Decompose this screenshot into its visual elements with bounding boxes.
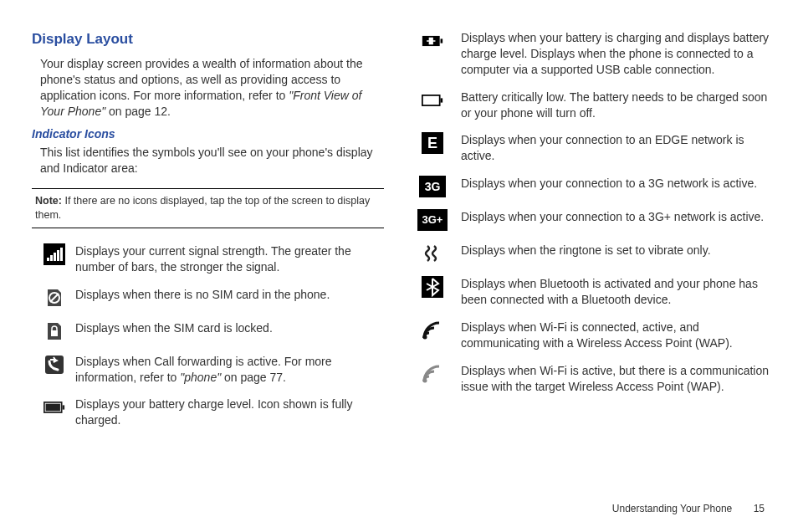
svg-rect-13 (46, 404, 60, 412)
desc-sim-locked: Displays when the SIM card is locked. (75, 320, 384, 336)
desc-battery-low: Battery critically low. The battery need… (461, 90, 770, 121)
svg-point-20 (423, 335, 427, 340)
row-call-forward: Displays when Call forwarding is active.… (32, 354, 384, 386)
battery-low-icon (422, 90, 443, 111)
no-sim-icon (43, 287, 65, 309)
wifi-active-icon (422, 320, 443, 341)
intro-paragraph: Your display screen provides a wealth of… (40, 56, 384, 120)
svg-rect-3 (54, 253, 56, 261)
vibrate-icon (422, 243, 443, 264)
svg-rect-14 (63, 406, 65, 410)
right-column: Displays when your battery is charging a… (417, 30, 770, 440)
row-3gplus: 3G+ Displays when your connection to a 3… (417, 209, 770, 231)
row-battery-charging: Displays when your battery is charging a… (417, 30, 770, 78)
intro-text-b: on page 12. (105, 105, 171, 118)
call-forward-icon (43, 354, 65, 376)
row-wifi-on: Displays when Wi-Fi is connected, active… (417, 320, 770, 351)
heading-display-layout: Display Layout (32, 30, 384, 49)
subheading-indicator-icons: Indicator Icons (32, 126, 384, 142)
battery-full-icon (43, 396, 65, 418)
desc-call-forward: Displays when Call forwarding is active.… (75, 354, 384, 386)
desc-wifi-issue: Displays when Wi-Fi is active, but there… (461, 363, 770, 395)
sim-locked-icon (43, 320, 65, 342)
left-column: Display Layout Your display screen provi… (32, 30, 384, 440)
svg-rect-17 (422, 95, 440, 105)
signal-strength-icon (43, 243, 65, 265)
row-sim-locked: Displays when the SIM card is locked. (32, 320, 384, 342)
edge-network-icon: E (422, 132, 443, 154)
svg-rect-2 (50, 255, 53, 261)
page-footer: Understanding Your Phone 15 (612, 502, 765, 515)
row-signal: Displays your current signal strength. T… (32, 243, 384, 275)
note-label: Note: (35, 195, 62, 207)
desc-battery-charging: Displays when your battery is charging a… (461, 30, 770, 78)
svg-rect-5 (60, 248, 63, 261)
row-edge: E Displays when your connection to an ED… (417, 132, 770, 164)
desc-3g: Displays when your connection to a 3G ne… (461, 176, 770, 192)
footer-section: Understanding Your Phone (612, 503, 732, 514)
svg-rect-18 (441, 98, 443, 102)
desc-edge: Displays when your connection to an EDGE… (461, 132, 770, 164)
row-wifi-issue: Displays when Wi-Fi is active, but there… (417, 363, 770, 395)
3g-network-icon: 3G (419, 176, 446, 197)
note-text: If there are no icons displayed, tap the… (35, 195, 370, 221)
row-no-sim: Displays when there is no SIM card in th… (32, 287, 384, 309)
wifi-issue-icon (422, 363, 443, 385)
desc-vibrate: Displays when the ringtone is set to vib… (461, 243, 770, 258)
row-bluetooth: Displays when Bluetooth is activated and… (417, 276, 770, 308)
sub-intro-paragraph: This list identifies the symbols you'll … (40, 145, 384, 176)
row-battery-full: Displays your battery charge level. Icon… (32, 396, 384, 428)
page-columns: Display Layout Your display screen provi… (32, 30, 770, 440)
desc-no-sim: Displays when there is no SIM card in th… (75, 287, 384, 303)
battery-charging-icon (422, 30, 443, 52)
note-box: Note: If there are no icons displayed, t… (32, 188, 384, 228)
svg-rect-9 (51, 330, 58, 336)
row-vibrate: Displays when the ringtone is set to vib… (417, 243, 770, 264)
bluetooth-icon (422, 276, 443, 298)
footer-page-number: 15 (754, 503, 765, 514)
desc-wifi-on: Displays when Wi-Fi is connected, active… (461, 320, 770, 351)
desc-signal: Displays your current signal strength. T… (75, 243, 384, 275)
desc-bluetooth: Displays when Bluetooth is activated and… (461, 276, 770, 308)
row-3g: 3G Displays when your connection to a 3G… (417, 176, 770, 197)
desc-battery-full: Displays your battery charge level. Icon… (75, 396, 384, 428)
desc-3gplus: Displays when your connection to a 3G+ n… (461, 209, 770, 225)
3gplus-network-icon: 3G+ (417, 209, 448, 231)
row-battery-low: Battery critically low. The battery need… (417, 90, 770, 121)
svg-rect-16 (441, 38, 443, 43)
svg-rect-4 (57, 250, 59, 261)
svg-rect-1 (47, 258, 49, 261)
svg-point-21 (423, 378, 427, 382)
